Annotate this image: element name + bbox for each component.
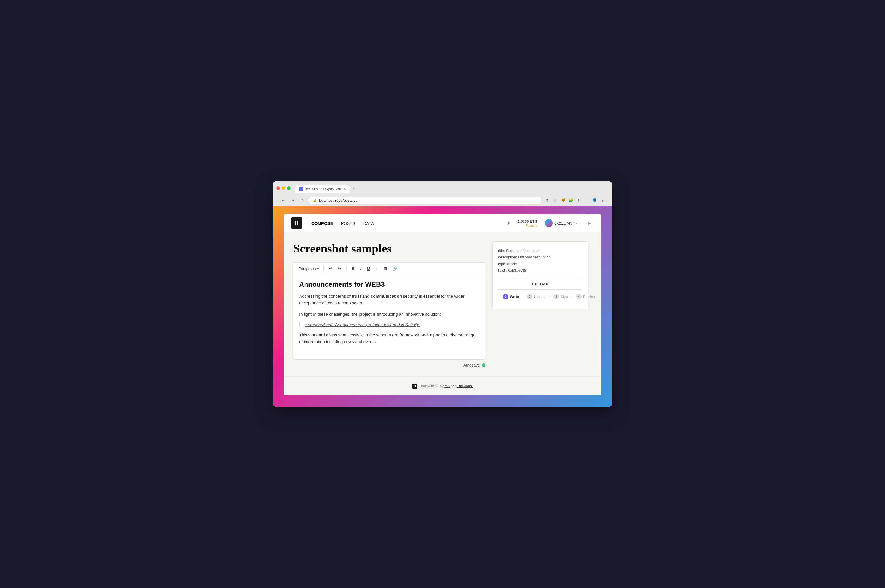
bookmark-icon[interactable]: ☆ bbox=[552, 197, 558, 203]
browser-window: 🌐 localhost:3000/posts/56 ✕ + ← → ↺ 🔒 lo… bbox=[273, 182, 612, 406]
maximize-window-button[interactable] bbox=[287, 186, 290, 190]
menu-icon[interactable]: ⋮ bbox=[600, 197, 605, 203]
browser-toolbar-right: ⬆ ☆ 🦊 🧩 ⬇ ▱ 👤 ⋮ bbox=[544, 197, 605, 203]
back-button[interactable]: ← bbox=[280, 197, 287, 203]
wallet-dropdown-icon: ▾ bbox=[576, 222, 577, 225]
eth-amount: 1.0000 ETH bbox=[518, 219, 537, 224]
close-window-button[interactable] bbox=[276, 186, 280, 190]
editor-toolbar: Paragraph ▾ ↩ ↪ B I U ≡ ⊟ 🔗 bbox=[293, 262, 486, 275]
app-footer: H Built with ♡ by MD for EthGlobal bbox=[284, 376, 601, 395]
editor-heading: Announcements for WEB3 bbox=[299, 280, 480, 288]
wallet-avatar bbox=[545, 219, 553, 227]
step-sign-number: 3 bbox=[553, 294, 559, 299]
tab-favicon: 🌐 bbox=[299, 187, 303, 191]
post-title[interactable]: Screenshot samples bbox=[293, 242, 486, 256]
app-logo: H bbox=[291, 218, 302, 229]
metadata-hash: hash: 0xb8..6c38 bbox=[498, 267, 582, 274]
link-button[interactable]: 🔗 bbox=[391, 266, 399, 272]
wallet-address-button[interactable]: 0X21...7457 ▾ bbox=[542, 217, 581, 229]
undo-button[interactable]: ↩ bbox=[327, 266, 334, 272]
app-nav: COMPOSE POSTS DATA bbox=[311, 220, 495, 227]
footer-md-link[interactable]: MD bbox=[444, 384, 450, 388]
autosave-row: Autosave bbox=[293, 363, 486, 368]
paragraph-style-label: Paragraph bbox=[299, 267, 316, 271]
footer-by-text: by bbox=[439, 384, 444, 388]
step-publish-label: Publish bbox=[583, 295, 595, 299]
metadata-title: title: Screenshot samples bbox=[498, 248, 582, 254]
redo-button[interactable]: ↪ bbox=[336, 266, 343, 272]
eth-network: Foundry bbox=[526, 224, 537, 227]
step-write-label: Write bbox=[510, 295, 519, 299]
title-bar: 🌐 localhost:3000/posts/56 ✕ + bbox=[276, 184, 609, 193]
numbered-list-button[interactable]: ⊟ bbox=[382, 266, 388, 272]
editor-paragraph-1: Addressing the concerns of trust and com… bbox=[299, 293, 480, 306]
puzzle-icon[interactable]: 🧩 bbox=[568, 197, 574, 203]
wallet-address-text: 0X21...7457 bbox=[554, 221, 574, 225]
step-arrow-3: › bbox=[572, 295, 573, 298]
step-upload-number: 2 bbox=[527, 294, 533, 299]
extension-icon[interactable]: 🦊 bbox=[560, 197, 566, 203]
theme-toggle-button[interactable]: ☀ bbox=[504, 219, 513, 228]
step-write-number: 1 bbox=[503, 294, 509, 299]
address-bar[interactable]: 🔒 localhost:3000/posts/56 bbox=[308, 196, 542, 204]
footer-for-text: for bbox=[451, 384, 456, 388]
browser-nav-bar: ← → ↺ 🔒 localhost:3000/posts/56 ⬆ ☆ 🦊 🧩 … bbox=[276, 195, 609, 206]
step-sign-label: Sign bbox=[560, 295, 568, 299]
step-upload-label: Upload bbox=[534, 295, 545, 299]
app-header: H COMPOSE POSTS DATA ☀ 1.0000 ETH Foundr… bbox=[284, 214, 601, 232]
lock-icon: 🔒 bbox=[313, 198, 317, 202]
italic-button[interactable]: I bbox=[358, 266, 363, 272]
nav-posts[interactable]: POSTS bbox=[341, 220, 355, 227]
tab-close-button[interactable]: ✕ bbox=[343, 187, 346, 190]
footer-logo: H bbox=[412, 384, 417, 388]
bullet-list-button[interactable]: ≡ bbox=[374, 266, 379, 272]
share-icon[interactable]: ⬆ bbox=[544, 197, 550, 203]
main-content: Screenshot samples Paragraph ▾ ↩ ↪ B I bbox=[284, 232, 601, 376]
app-container: H COMPOSE POSTS DATA ☀ 1.0000 ETH Foundr… bbox=[284, 214, 601, 395]
toolbar-divider-2 bbox=[346, 266, 347, 272]
metadata-type: type: article bbox=[498, 261, 582, 267]
editor-blockquote: a standardized "Announcement" protocol d… bbox=[299, 322, 480, 327]
metadata-card: title: Screenshot samples description: O… bbox=[492, 242, 588, 309]
page-background: H COMPOSE POSTS DATA ☀ 1.0000 ETH Foundr… bbox=[273, 206, 612, 406]
nav-compose[interactable]: COMPOSE bbox=[311, 220, 333, 227]
sidebar-icon[interactable]: ▱ bbox=[584, 197, 590, 203]
bold-button[interactable]: B bbox=[350, 266, 356, 272]
paragraph-dropdown-icon: ▾ bbox=[317, 267, 319, 271]
step-publish-number: 4 bbox=[576, 294, 582, 299]
metadata-description: description: Optional description bbox=[498, 254, 582, 260]
footer-logo-icon: H bbox=[412, 384, 417, 388]
editor-content[interactable]: Announcements for WEB3 Addressing the co… bbox=[293, 275, 486, 360]
active-tab[interactable]: 🌐 localhost:3000/posts/56 ✕ bbox=[295, 185, 350, 193]
refresh-button[interactable]: ↺ bbox=[299, 197, 306, 203]
tab-title: localhost:3000/posts/56 bbox=[306, 187, 341, 191]
autosave-indicator bbox=[482, 363, 486, 367]
minimize-window-button[interactable] bbox=[281, 186, 285, 190]
new-tab-button[interactable]: + bbox=[350, 184, 358, 193]
step-arrow-2: › bbox=[549, 295, 550, 298]
footer-ethglobal-link[interactable]: EthGlobal bbox=[457, 384, 473, 388]
editor-paragraph-2: In light of these challenges, the projec… bbox=[299, 311, 480, 318]
download-icon[interactable]: ⬇ bbox=[576, 197, 582, 203]
step-arrow-1: › bbox=[522, 295, 523, 298]
url-text: localhost:3000/posts/56 bbox=[319, 198, 358, 202]
browser-chrome: 🌐 localhost:3000/posts/56 ✕ + ← → ↺ 🔒 lo… bbox=[273, 182, 612, 206]
eth-balance: 1.0000 ETH Foundry bbox=[518, 219, 537, 227]
underline-button[interactable]: U bbox=[365, 266, 372, 272]
forward-button[interactable]: → bbox=[289, 197, 297, 203]
step-sign: 3 Sign bbox=[553, 294, 568, 299]
autosave-label: Autosave bbox=[464, 363, 480, 368]
workflow-steps: 1 Write › 2 Upload › 3 Sign bbox=[498, 290, 582, 303]
nav-data[interactable]: DATA bbox=[363, 220, 374, 227]
profile-icon[interactable]: 👤 bbox=[592, 197, 598, 203]
paragraph-style-select[interactable]: Paragraph ▾ bbox=[298, 266, 320, 272]
footer-built-text: Built with bbox=[420, 384, 434, 388]
tab-bar: 🌐 localhost:3000/posts/56 ✕ + bbox=[295, 184, 609, 193]
footer-heart: ♡ bbox=[435, 384, 438, 388]
traffic-lights bbox=[276, 186, 290, 190]
upload-button[interactable]: UPLOAD bbox=[498, 278, 582, 290]
step-upload: 2 Upload bbox=[527, 294, 545, 299]
step-write: 1 Write bbox=[503, 294, 519, 299]
editor-panel: Screenshot samples Paragraph ▾ ↩ ↪ B I bbox=[293, 242, 486, 368]
grid-view-icon[interactable]: ⊞ bbox=[585, 219, 594, 228]
